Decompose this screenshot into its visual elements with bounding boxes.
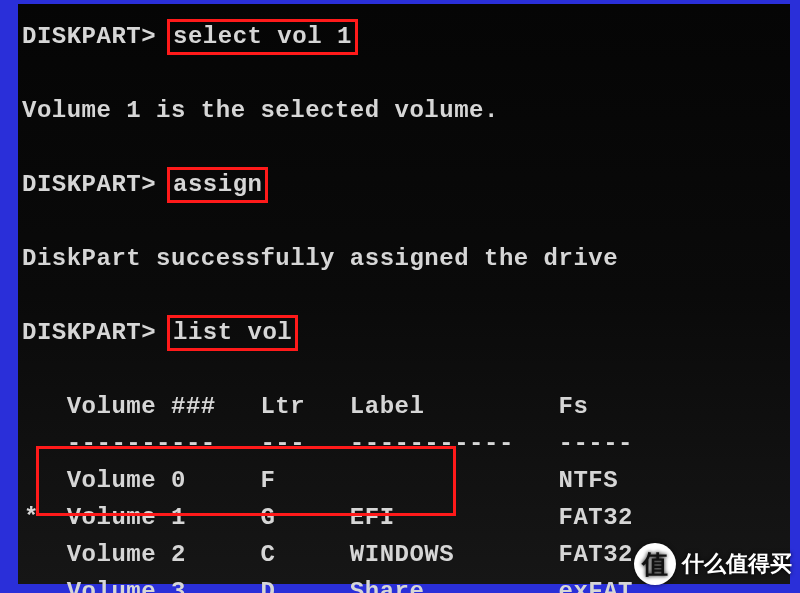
prompt: DISKPART> <box>22 23 156 50</box>
cmd-text: list vol <box>173 319 292 346</box>
cmd-line-3: DISKPART> list vol <box>22 314 790 351</box>
highlight-volume-rows <box>36 446 456 516</box>
highlight-select-vol: select vol 1 <box>167 19 358 55</box>
blank <box>22 55 790 92</box>
cmd-line-2: DISKPART> assign <box>22 166 790 203</box>
watermark: 值 什么值得买 <box>634 543 792 585</box>
prompt: DISKPART> <box>22 171 156 198</box>
cmd-text: select vol 1 <box>173 23 352 50</box>
watermark-text: 什么值得买 <box>682 549 792 579</box>
prompt: DISKPART> <box>22 319 156 346</box>
cmd-line-1: DISKPART> select vol 1 <box>22 18 790 55</box>
watermark-badge-icon: 值 <box>634 543 676 585</box>
table-header: Volume ### Ltr Label Fs <box>22 388 790 425</box>
blank <box>22 203 790 240</box>
blank <box>22 351 790 388</box>
blank <box>22 129 790 166</box>
diskpart-terminal[interactable]: DISKPART> select vol 1 Volume 1 is the s… <box>18 4 790 584</box>
response-1: Volume 1 is the selected volume. <box>22 92 790 129</box>
highlight-list-vol: list vol <box>167 315 298 351</box>
cmd-text: assign <box>173 171 262 198</box>
highlight-assign: assign <box>167 167 268 203</box>
response-2: DiskPart successfully assigned the drive <box>22 240 790 277</box>
blank <box>22 277 790 314</box>
